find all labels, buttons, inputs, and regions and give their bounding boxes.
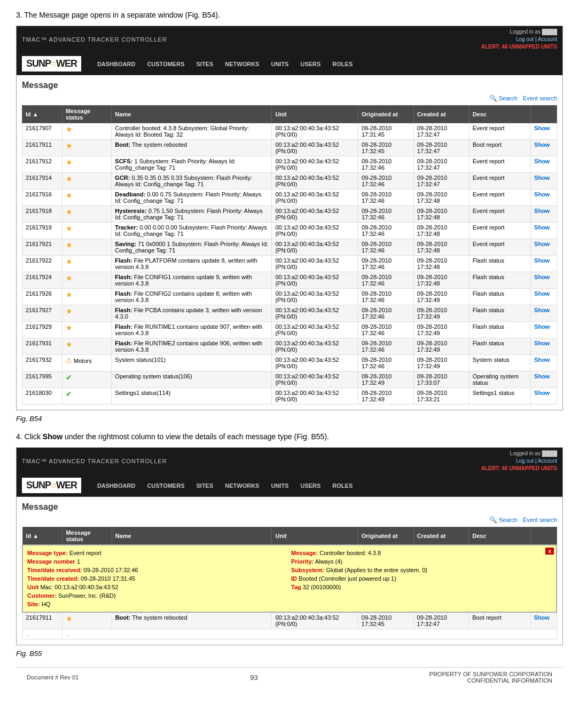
show-button[interactable]: Show [534,390,550,396]
tmac-logo: SUNP○WER [22,56,81,72]
cell-action[interactable]: Show [531,272,557,289]
detail-message-number-label: Message number [27,558,75,565]
cell-unit: 00:13:a2:00:40:3a:43:52(PN:0/0) [272,156,358,173]
nav2-customers[interactable]: CUSTOMERS [142,480,190,491]
show-button[interactable]: Show [534,141,550,148]
tmac-nav-2: DASHBOARD CUSTOMERS SITES NETWORKS UNITS… [92,480,358,491]
cell-action[interactable]: Show [531,156,557,173]
show-button[interactable]: Show [534,158,550,164]
cell-id: 21617907 [22,123,62,140]
cell-name: Flash: File RUNTIME1 contains update 907… [112,322,272,338]
cell-name: Operating system status(106) [112,371,272,388]
show-button[interactable]: Show [534,224,550,231]
cell-action[interactable]: Show [531,256,557,272]
detail-close-button[interactable]: x [545,548,554,555]
cell-status: ★ [62,173,112,189]
nav-customers[interactable]: CUSTOMERS [142,59,190,69]
col2-id[interactable]: Id ▲ [22,527,62,545]
logged-in-text: Logged in as ████ [510,29,557,35]
cell-created: 09-28-201017:33:07 [413,371,469,388]
table-row: 21617922 ★ Flash: File PLATFORM contains… [22,256,557,272]
logout-link-2[interactable]: Log out [516,458,534,464]
cell-unit: 00:13:a2:00:40:3a:43:52(PN:0/0) [272,256,358,272]
tmac-user-info-2: Logged in as ████ Log out | Account ALER… [481,450,557,472]
cell-status: ★ [62,140,112,156]
detail-message-value: Controller booted: 4.3.8 [319,550,381,556]
show-button[interactable]: Show [534,614,550,621]
detail-left-column: Message type: Event report Message numbe… [27,550,288,607]
nav2-users[interactable]: USERS [295,480,326,491]
cell-unit: 00:13:a2:00:40:3a:43:52(PN:0/0) [272,322,358,338]
account-link-2[interactable]: Account [538,458,557,464]
nav2-sites[interactable]: SITES [191,480,218,491]
search-link-2[interactable]: 🔍 Search [489,516,518,524]
cell-action[interactable]: Show [531,289,557,305]
detail-content-grid: Message type: Event report Message numbe… [27,550,552,607]
nav2-units[interactable]: UNITS [265,480,294,491]
col-originated: Originated at [358,106,413,123]
cell-action[interactable]: Show [530,612,557,629]
detail-time-received-value: 09-28-2010 17:32:46 [84,567,138,573]
show-button[interactable]: Show [534,340,550,346]
search-bar: 🔍 Search Event search [22,94,557,102]
status-text: Motors [74,358,92,364]
logout-link[interactable]: Log out [516,36,534,42]
cell-action[interactable]: Show [531,388,557,405]
show-button[interactable]: Show [534,290,550,297]
show-button[interactable]: Show [534,307,550,313]
event-search-link[interactable]: Event search [523,95,557,101]
show-button[interactable]: Show [534,323,550,330]
cell-id: 21617995 [22,371,62,388]
cell-originated: 09-28-201017:32:46 [358,289,413,305]
nav-sites[interactable]: SITES [191,59,218,69]
cell-action[interactable]: Show [531,305,557,322]
cell-action[interactable]: Show [531,371,557,388]
show-button[interactable]: Show [534,357,550,363]
show-button[interactable]: Show [534,208,550,214]
nav2-dashboard[interactable]: DASHBOARD [92,480,141,491]
star-status-icon: ★ [66,158,73,167]
cell-action[interactable]: Show [531,223,557,239]
cell-id: 21617929 [22,322,62,338]
cell-id-partial: ... [22,629,62,639]
cell-action[interactable]: Show [531,355,557,371]
show-button[interactable]: Show [534,257,550,264]
cell-action[interactable]: Show [531,239,557,256]
cell-action[interactable]: Show [531,338,557,355]
show-button[interactable]: Show [534,274,550,280]
nav2-networks[interactable]: NETWORKS [220,480,264,491]
cell-action[interactable]: Show [531,189,557,206]
nav-units[interactable]: UNITS [265,59,294,69]
show-button[interactable]: Show [534,175,550,181]
event-search-link-2[interactable]: Event search [523,517,557,523]
tmac-logo-2: SUNP○WER [22,478,81,493]
cell-name: Settings1 status(114) [112,388,272,405]
cell-unit: 00:13:a2:00:40:3a:43:52(PN:0/0) [272,289,358,305]
nav2-roles[interactable]: ROLES [327,480,358,491]
nav-dashboard[interactable]: DASHBOARD [92,59,141,69]
cell-action[interactable]: Show [531,173,557,189]
cell-created: 09-28-201017:32:47 [413,140,469,156]
cell-action[interactable]: Show [531,140,557,156]
step3-text: 3. The Message page opens in a separate … [16,11,563,19]
cell-id: 21617931 [22,338,62,355]
col-action [531,106,557,123]
cell-action[interactable]: Show [531,322,557,338]
star-status-icon: ★ [66,224,73,233]
show-button[interactable]: Show [534,191,550,197]
cell-originated: 09-28-201017:32:46 [358,322,413,338]
search-link[interactable]: 🔍 Search [489,94,518,102]
cell-unit: 00:13:a2:00:40:3a:43:52(PN:0/0) [272,371,358,388]
tmac-logo-nav: SUNP○WER DASHBOARD CUSTOMERS SITES NETWO… [17,53,562,75]
show-button[interactable]: Show [534,125,550,131]
account-link[interactable]: Account [538,36,557,42]
col-id[interactable]: Id ▲ [22,106,62,123]
nav-roles[interactable]: ROLES [327,59,358,69]
nav-users[interactable]: USERS [295,59,326,69]
cell-created: 09-28-201017:32:49 [413,338,469,355]
show-button[interactable]: Show [534,373,550,379]
cell-action[interactable]: Show [531,123,557,140]
show-button[interactable]: Show [534,241,550,247]
nav-networks[interactable]: NETWORKS [220,59,264,69]
cell-action[interactable]: Show [531,206,557,223]
